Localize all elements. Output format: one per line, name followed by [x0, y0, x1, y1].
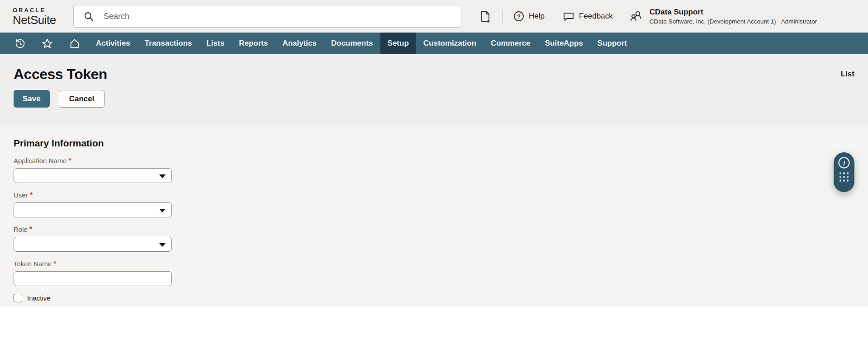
caret-down-icon [159, 209, 166, 212]
home-button[interactable] [67, 33, 82, 54]
recent-records-button[interactable] [13, 33, 28, 54]
topbar-actions: ? Help Feedback [479, 9, 613, 23]
token-name-field: Token Name* [14, 259, 854, 286]
application-name-field: Application Name* [14, 156, 854, 183]
nav-item-documents[interactable]: Documents [324, 33, 380, 54]
main-nav: Activities Transactions Lists Reports An… [0, 33, 868, 54]
new-page-icon [479, 10, 491, 23]
caret-down-icon [159, 243, 166, 247]
primary-information-section: Primary Information Application Name* Us… [0, 125, 868, 307]
action-buttons: Save Cancel [14, 90, 854, 108]
global-search [73, 5, 461, 28]
grid-dots-icon [840, 172, 849, 182]
role-field: Role* [14, 225, 854, 252]
nav-item-setup[interactable]: Setup [380, 33, 416, 54]
user-role-subtitle: CData Software, Inc. (Development Accoun… [650, 18, 817, 25]
svg-text:i: i [843, 160, 845, 167]
required-asterisk: * [53, 259, 57, 268]
help-label: Help [529, 12, 545, 21]
netsuite-logo[interactable]: ORACLE NetSuite [13, 7, 73, 26]
shortcuts-button[interactable] [40, 33, 55, 54]
page-header: Access Token List Save Cancel [0, 54, 868, 125]
save-button[interactable]: Save [14, 90, 50, 108]
logo-netsuite-text: NetSuite [13, 14, 73, 26]
section-title: Primary Information [14, 138, 854, 149]
help-button[interactable]: ? Help [513, 11, 545, 22]
inactive-checkbox[interactable] [14, 294, 22, 302]
application-name-select[interactable] [14, 168, 172, 183]
help-icon: ? [513, 11, 524, 22]
nav-item-reports[interactable]: Reports [232, 33, 275, 54]
users-icon [629, 9, 644, 24]
search-icon [83, 11, 94, 22]
user-select[interactable] [14, 202, 172, 217]
nav-item-transactions[interactable]: Transactions [138, 33, 199, 54]
user-field: User* [14, 191, 854, 217]
user-menu[interactable]: CData Support CData Software, Inc. (Deve… [629, 8, 817, 25]
feedback-icon [563, 11, 574, 22]
assistant-widget[interactable]: i [834, 152, 854, 192]
logo-oracle-text: ORACLE [13, 7, 73, 13]
token-name-control [14, 271, 172, 286]
user-label: User [14, 191, 28, 199]
user-name: CData Support [650, 8, 817, 17]
application-name-label: Application Name [14, 157, 67, 165]
nav-item-customization[interactable]: Customization [416, 33, 484, 54]
nav-menu: Activities Transactions Lists Reports An… [89, 33, 634, 54]
top-bar: ORACLE NetSuite ? Help [0, 0, 868, 33]
required-asterisk: * [69, 156, 72, 165]
home-icon [69, 38, 81, 49]
nav-item-activities[interactable]: Activities [89, 33, 138, 54]
user-info: CData Support CData Software, Inc. (Deve… [650, 8, 817, 25]
search-input[interactable] [73, 5, 461, 28]
page-title: Access Token [14, 66, 107, 83]
nav-item-support[interactable]: Support [590, 33, 634, 54]
info-circle-icon: i [838, 156, 850, 169]
cancel-button[interactable]: Cancel [59, 90, 105, 108]
feedback-label: Feedback [579, 12, 613, 21]
required-asterisk: * [29, 225, 33, 234]
feedback-button[interactable]: Feedback [563, 11, 613, 22]
star-icon [42, 38, 53, 49]
nav-item-suiteapps[interactable]: SuiteApps [538, 33, 590, 54]
caret-down-icon [159, 174, 166, 178]
topbar-divider [502, 9, 503, 23]
required-asterisk: * [30, 191, 33, 199]
nav-item-analytics[interactable]: Analytics [275, 33, 324, 54]
history-icon [14, 38, 26, 49]
nav-item-lists[interactable]: Lists [199, 33, 232, 54]
inactive-row: Inactive [14, 294, 854, 302]
inactive-label: Inactive [27, 294, 51, 302]
token-name-label: Token Name [14, 260, 52, 268]
nav-item-commerce[interactable]: Commerce [484, 33, 538, 54]
svg-text:?: ? [517, 13, 521, 20]
list-link[interactable]: List [841, 70, 854, 79]
role-label: Role [14, 226, 28, 233]
token-name-input[interactable] [14, 272, 171, 286]
role-select[interactable] [14, 237, 172, 252]
new-page-button[interactable] [479, 10, 491, 23]
